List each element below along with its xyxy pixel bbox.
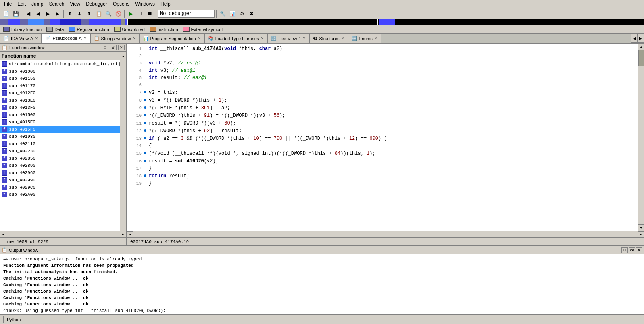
fn-hscroll-right[interactable]: ▶ (120, 232, 126, 237)
function-list-item[interactable]: f sub_402890 (0, 162, 120, 169)
menu-search[interactable]: Search (46, 1, 67, 7)
tab-ida-view[interactable]: 📄 IDA View-A ✕ (0, 34, 42, 43)
output-icon: 📋 (2, 247, 7, 253)
function-list-item[interactable]: f sub_402110 (0, 140, 120, 147)
toolbar-new[interactable]: 📄 (2, 9, 10, 18)
nav-seg-4 (28, 19, 44, 25)
tab-strings[interactable]: 📋 Strings window ✕ (90, 34, 140, 43)
line-number: 19 (130, 180, 142, 187)
code-hscroll-right[interactable]: ▶ (638, 231, 644, 237)
toolbar-stop[interactable]: 🚫 (114, 9, 123, 18)
code-scroll-thumb[interactable] (638, 50, 644, 66)
toolbar-search[interactable]: 🔍 (104, 9, 113, 18)
menu-view[interactable]: View (67, 1, 83, 7)
toolbar-back2[interactable]: ◀ (33, 9, 42, 18)
function-list-item[interactable]: f sub_4015E0 (0, 118, 120, 126)
debugger-selector[interactable]: No debugger (158, 10, 215, 18)
tab-structures[interactable]: 🏗 Structures ✕ (309, 34, 348, 43)
code-hscroll-left[interactable]: ◀ (127, 231, 133, 237)
function-list-item[interactable]: f sub_401930 (0, 133, 120, 140)
tab-pseudocode[interactable]: 📄 Pseudocode-A ✕ (42, 34, 90, 43)
legend-label-external: External symbol (191, 27, 223, 32)
output-restore[interactable]: 🗗 (629, 247, 635, 253)
toolbar-fwd2[interactable]: ▶ (53, 9, 62, 18)
fn-header-scroll-up[interactable]: ▲ (120, 52, 126, 60)
function-list-item[interactable]: f sub_4012F0 (0, 89, 120, 97)
output-float[interactable]: □ (621, 247, 628, 253)
function-list-item[interactable]: f sub_402850 (0, 155, 120, 162)
function-list-item[interactable]: f sub_401500 (0, 111, 120, 118)
output-line: Caching 'Functions window'... ok (3, 288, 641, 295)
function-icon: f (2, 148, 7, 154)
menu-jump[interactable]: Jump (29, 1, 46, 7)
tab-close-enums[interactable]: ✕ (374, 36, 377, 41)
toolbar-pause[interactable]: ⏸ (136, 9, 145, 18)
tab-close-struct[interactable]: ✕ (341, 36, 344, 41)
toolbar-runend[interactable]: ⏹ (146, 9, 154, 18)
line-number: 16 (130, 158, 142, 165)
fn-scrollbar[interactable] (120, 60, 126, 231)
code-scroll-up[interactable]: ▲ (638, 44, 644, 50)
function-list-item[interactable]: f sub_401170 (0, 82, 120, 89)
menu-options[interactable]: Options (110, 1, 132, 7)
function-list-item[interactable]: f sub_401150 (0, 75, 120, 82)
code-scroll-down[interactable]: ▼ (638, 224, 644, 231)
tab-close-strings[interactable]: ✕ (133, 36, 136, 41)
function-list-item[interactable]: f sub_402230 (0, 147, 120, 155)
function-list-item[interactable]: f sub_4013E0 (0, 97, 120, 104)
tab-close-hex[interactable]: ✕ (302, 36, 306, 41)
toolbar-nav1[interactable]: ⬆ (65, 9, 74, 18)
menu-file[interactable]: File (2, 1, 14, 7)
tab-program-seg[interactable]: 📊 Program Segmentation ✕ (140, 34, 204, 43)
functions-panel-float[interactable]: □ (102, 45, 108, 50)
toolbar-run[interactable]: ▶ (126, 9, 135, 18)
function-list-item[interactable]: f sub_401000 (0, 68, 120, 75)
toolbar-nav3[interactable]: ⬆ (85, 9, 94, 18)
menu-windows[interactable]: Windows (133, 1, 157, 7)
menu-debugger[interactable]: Debugger (83, 1, 110, 7)
output-panel: 📋 Output window □ 🗗 ✕ 497D90: propagate_… (0, 245, 644, 324)
toolbar-dbg2[interactable]: 📊 (228, 9, 237, 18)
function-list-item[interactable]: f streambuf::seekoff(long,ios::seek_dir,… (0, 60, 120, 68)
output-close[interactable]: ✕ (636, 247, 642, 253)
tab-hex-view[interactable]: 🔢 Hex View-1 ✕ (267, 34, 309, 43)
function-list-item[interactable]: f sub_402990 (0, 177, 120, 184)
function-list-item[interactable]: f sub_4013F0 (0, 104, 120, 111)
code-vscroll[interactable]: ▲ ▼ (638, 44, 644, 231)
toolbar-dbg3[interactable]: ⚙ (238, 9, 246, 18)
tab-close-ida[interactable]: ✕ (35, 36, 38, 41)
toolbar-dbg1[interactable]: 🔧 (218, 9, 227, 18)
tab-icon-struct: 🏗 (313, 36, 317, 41)
tab-close-types[interactable]: ✕ (261, 36, 264, 41)
toolbar-back[interactable]: ◀ (24, 9, 33, 18)
fn-hscroll[interactable]: ◀ ▶ (0, 231, 126, 237)
tab-enums[interactable]: 🔤 Enums ✕ (348, 34, 381, 43)
toolbar-fwd[interactable]: ▶ (43, 9, 52, 18)
line-code: { (149, 142, 634, 150)
tab-close-seg[interactable]: ✕ (198, 36, 201, 41)
tab-close-pseudo[interactable]: ✕ (83, 36, 87, 41)
functions-panel-restore[interactable]: 🗗 (110, 45, 117, 50)
toolbar-dbg4[interactable]: ✖ (247, 9, 256, 18)
line-dot: ● (143, 112, 147, 119)
main-container: 📄 IDA View-A ✕ 📄 Pseudocode-A ✕ 📋 String… (0, 34, 644, 324)
function-list-item[interactable]: f sub_402960 (0, 169, 120, 177)
line-code: *((_BYTE *)this + 361) = a2; (149, 104, 634, 112)
tab-scroll-left[interactable]: ◀ (631, 34, 638, 43)
fn-hscroll-left[interactable]: ◀ (0, 232, 6, 237)
code-content[interactable]: 1 int __thiscall sub_4174A0(void *this, … (127, 44, 638, 231)
toolbar-copy[interactable]: 📋 (94, 9, 103, 18)
function-list-item[interactable]: f sub_4015F0 (0, 126, 120, 133)
toolbar-nav2[interactable]: ⬇ (75, 9, 84, 18)
code-hscroll[interactable]: ◀ ▶ (127, 231, 644, 237)
function-list-item[interactable]: f sub_402A00 (0, 191, 120, 198)
tab-icon-strings: 📋 (94, 36, 100, 41)
functions-panel-close[interactable]: ✕ (118, 45, 125, 50)
menu-edit[interactable]: Edit (15, 1, 28, 7)
toolbar-save[interactable]: 💾 (11, 9, 20, 18)
menu-help[interactable]: Help (158, 1, 173, 7)
python-button[interactable]: Python (3, 316, 24, 323)
function-list-item[interactable]: f sub_4029C0 (0, 184, 120, 191)
tab-type-libs[interactable]: 📚 Loaded Type Libraries ✕ (204, 34, 268, 43)
tab-scroll-right[interactable]: ▶ (638, 34, 644, 43)
